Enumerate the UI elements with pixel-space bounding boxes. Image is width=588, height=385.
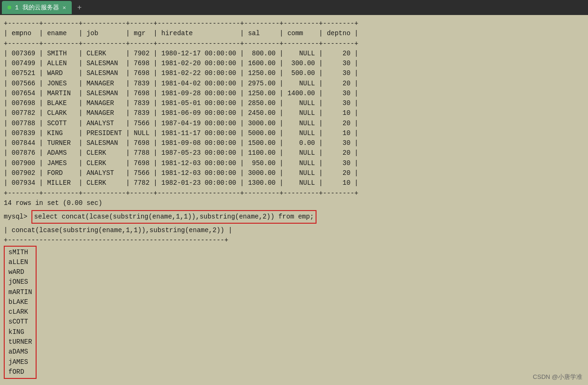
- table-row: | 007788 | SCOTT | ANALYST | 7566 | 1987…: [4, 119, 584, 128]
- table-row: | 007698 | BLAKE | MANAGER | 7839 | 1981…: [4, 98, 584, 108]
- table-row: | 007782 | CLARK | MANAGER | 7839 | 1981…: [4, 108, 584, 118]
- list-item: aDAMS: [8, 347, 32, 357]
- list-item: sCOTT: [8, 317, 32, 327]
- table-separator-footer: +--------+---------+-----------+------+-…: [4, 189, 584, 198]
- watermark: CSDN @小唐学准: [533, 373, 582, 381]
- table-row: | 007902 | FORD | ANALYST | 7566 | 1981-…: [4, 168, 584, 178]
- main-content: +--------+---------+-----------+------+-…: [0, 15, 588, 385]
- list-item: kING: [8, 327, 32, 337]
- table-row: | 007566 | JONES | MANAGER | 7839 | 1981…: [4, 79, 584, 89]
- row-count: 14 rows in set (0.00 sec): [4, 198, 584, 208]
- list-item: cLARK: [8, 307, 32, 317]
- table-row: | 007499 | ALLEN | SALESMAN | 7698 | 198…: [4, 59, 584, 68]
- table-row: | 007844 | TURNER | SALESMAN | 7698 | 19…: [4, 138, 584, 148]
- tab-close-button[interactable]: ✕: [63, 4, 66, 11]
- table-row: | 007839 | KING | PRESIDENT | NULL | 198…: [4, 128, 584, 138]
- tab-server[interactable]: 1 我的云服务器 ✕: [2, 1, 72, 14]
- list-item: mARTIN: [8, 287, 32, 297]
- list-item: tURNER: [8, 337, 32, 347]
- sql-command-line: mysql> select concat(lcase(substring(ena…: [4, 210, 584, 224]
- list-item: bLAKE: [8, 297, 32, 307]
- table-row: | 007934 | MILLER | CLERK | 7782 | 1982-…: [4, 178, 584, 188]
- table-row: | 007369 | SMITH | CLERK | 7902 | 1980-1…: [4, 49, 584, 59]
- table-row: | 007654 | MARTIN | SALESMAN | 7698 | 19…: [4, 89, 584, 98]
- list-item: jONES: [8, 277, 32, 287]
- table-row: | 007521 | WARD | SALESMAN | 7698 | 1981…: [4, 68, 584, 78]
- result-data-container: sMITHaLLENwARDjONESmARTINbLAKEcLARKsCOTT…: [4, 246, 584, 379]
- result-separator: +---------------------------------------…: [4, 235, 584, 245]
- list-item: wARD: [8, 267, 32, 277]
- table-separator-top: +--------+---------+-----------+------+-…: [4, 19, 584, 29]
- sql-prompt: mysql>: [4, 212, 31, 222]
- table-row: | 007876 | ADAMS | CLERK | 7788 | 1987-0…: [4, 148, 584, 158]
- sql-query-box[interactable]: select concat(lcase(substring(ename,1,1)…: [31, 210, 317, 224]
- list-item: aLLEN: [8, 257, 32, 267]
- tab-bar: 1 我的云服务器 ✕ +: [0, 0, 588, 15]
- table-row: | 007900 | JAMES | CLERK | 7698 | 1981-1…: [4, 159, 584, 168]
- table-rows: | 007369 | SMITH | CLERK | 7902 | 1980-1…: [4, 49, 584, 189]
- tab-label: 1 我的云服务器: [15, 3, 59, 12]
- result-data-box: sMITHaLLENwARDjONESmARTINbLAKEcLARKsCOTT…: [4, 246, 37, 379]
- result-header-top: | concat(lcase(substring(ename,1,1)),sub…: [4, 226, 584, 235]
- new-tab-button[interactable]: +: [75, 2, 84, 13]
- list-item: fORD: [8, 367, 32, 377]
- list-item: jAMES: [8, 357, 32, 367]
- table-separator-header: +--------+---------+-----------+------+-…: [4, 39, 584, 49]
- connection-status-dot: [8, 6, 11, 9]
- list-item: sMITH: [8, 248, 32, 257]
- result-section: | concat(lcase(substring(ename,1,1)),sub…: [4, 226, 584, 379]
- table-header: | empno | ename | job | mgr | hiredate |…: [4, 29, 584, 38]
